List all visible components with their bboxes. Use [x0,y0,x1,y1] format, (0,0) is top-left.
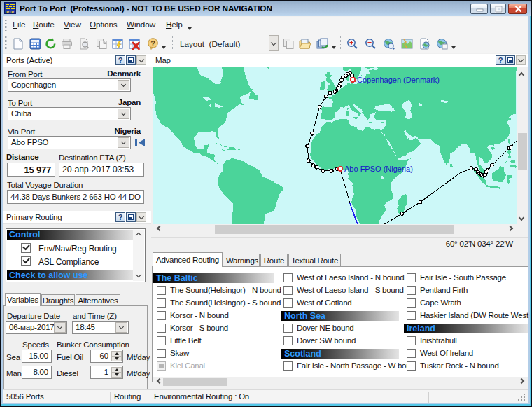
svg-text:?: ? [150,39,155,48]
svg-text:Copenhagen (Denmark): Copenhagen (Denmark) [357,76,440,84]
svg-text:PTP: PTP [6,10,14,14]
svg-text:Abo FPSO (Nigeria): Abo FPSO (Nigeria) [344,165,413,173]
